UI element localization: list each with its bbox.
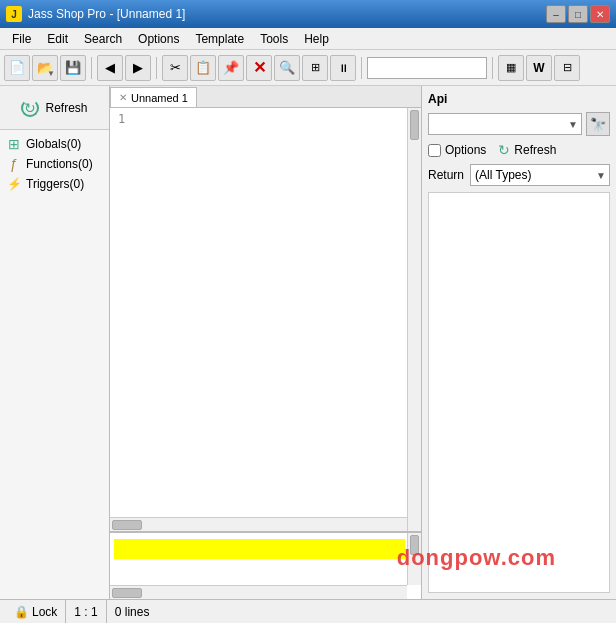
main-layout: ↻ Refresh ⊞ Globals(0) ƒ Functions(0) ⚡ … — [0, 86, 616, 599]
save-button[interactable]: 💾 — [60, 55, 86, 81]
menu-file[interactable]: File — [4, 28, 39, 49]
open-button[interactable]: 📂 ▼ — [32, 55, 58, 81]
editor-scrollbar-horizontal[interactable] — [110, 517, 407, 531]
lines-section: 0 lines — [107, 600, 158, 623]
menu-search[interactable]: Search — [76, 28, 130, 49]
lock-label: Lock — [32, 605, 57, 619]
api-options-row: Options ↻ Refresh — [428, 142, 610, 158]
functions-icon: ƒ — [6, 156, 22, 172]
editor-tab[interactable]: ✕ Unnamed 1 — [110, 87, 197, 107]
center-area: ✕ Unnamed 1 1 — [110, 86, 421, 599]
api-search-row: ▼ 🔭 — [428, 112, 610, 136]
editor-scrollbar-vertical[interactable] — [407, 108, 421, 531]
return-type-dropdown[interactable]: (All Types) integer real boolean string … — [470, 164, 610, 186]
maximize-button[interactable]: □ — [568, 5, 588, 23]
refresh-label: Refresh — [45, 101, 87, 115]
delete-button[interactable]: ✕ — [246, 55, 272, 81]
copy-button[interactable]: 📋 — [190, 55, 216, 81]
left-panel: ↻ Refresh ⊞ Globals(0) ƒ Functions(0) ⚡ … — [0, 86, 110, 599]
bottom-scrollbar-horizontal[interactable] — [110, 585, 407, 599]
menu-template[interactable]: Template — [187, 28, 252, 49]
bottom-output-panel — [110, 531, 421, 599]
refresh-button[interactable]: ↻ Refresh — [0, 86, 109, 130]
return-label: Return — [428, 168, 464, 182]
close-button[interactable]: ✕ — [590, 5, 610, 23]
triggers-icon: ⚡ — [6, 176, 22, 192]
api-options-checkbox-row: Options — [428, 143, 486, 157]
cut-button[interactable]: ✂ — [162, 55, 188, 81]
api-list-area — [428, 192, 610, 593]
api-refresh-icon: ↻ — [498, 142, 510, 158]
title-bar-left: J Jass Shop Pro - [Unnamed 1] — [6, 6, 185, 22]
api-search-dropdown[interactable] — [428, 113, 582, 135]
editor-area[interactable]: 1 — [110, 108, 421, 531]
refresh-icon: ↻ — [21, 99, 39, 117]
options-checkbox[interactable] — [428, 144, 441, 157]
tree-item-triggers[interactable]: ⚡ Triggers(0) — [4, 174, 105, 194]
menu-edit[interactable]: Edit — [39, 28, 76, 49]
tab-close-x[interactable]: ✕ — [119, 92, 127, 103]
menu-bar: File Edit Search Options Template Tools … — [0, 28, 616, 50]
separator-4 — [492, 57, 493, 79]
tab-bar: ✕ Unnamed 1 — [110, 86, 421, 108]
status-bar: 🔒 Lock 1 : 1 0 lines — [0, 599, 616, 623]
new-button[interactable]: 📄 — [4, 55, 30, 81]
toolbar-btn-1[interactable]: ▦ — [498, 55, 524, 81]
menu-help[interactable]: Help — [296, 28, 337, 49]
toolbar-btn-w[interactable]: W — [526, 55, 552, 81]
toolbar: 📄 📂 ▼ 💾 ◀ ▶ ✂ 📋 📌 ✕ 🔍 ⊞ ⏸ ▦ W ⊟ — [0, 50, 616, 86]
replace-button[interactable]: ⊞ — [302, 55, 328, 81]
back-button[interactable]: ◀ — [97, 55, 123, 81]
app-icon: J — [6, 6, 22, 22]
pause-button[interactable]: ⏸ — [330, 55, 356, 81]
separator-1 — [91, 57, 92, 79]
yellow-highlight-bar — [114, 539, 405, 559]
title-bar-controls: – □ ✕ — [546, 5, 610, 23]
api-panel: Api ▼ 🔭 Options ↻ Refresh Return — [421, 86, 616, 599]
forward-button[interactable]: ▶ — [125, 55, 151, 81]
api-search-button[interactable]: 🔭 — [586, 112, 610, 136]
paste-button[interactable]: 📌 — [218, 55, 244, 81]
separator-2 — [156, 57, 157, 79]
line-number-1: 1 — [118, 112, 140, 126]
triggers-label: Triggers(0) — [26, 177, 84, 191]
globals-label: Globals(0) — [26, 137, 81, 151]
toolbar-btn-2[interactable]: ⊟ — [554, 55, 580, 81]
lock-icon: 🔒 — [14, 605, 28, 619]
menu-tools[interactable]: Tools — [252, 28, 296, 49]
tree-item-globals[interactable]: ⊞ Globals(0) — [4, 134, 105, 154]
api-return-row: Return (All Types) integer real boolean … — [428, 164, 610, 186]
options-label: Options — [445, 143, 486, 157]
menu-options[interactable]: Options — [130, 28, 187, 49]
title-bar: J Jass Shop Pro - [Unnamed 1] – □ ✕ — [0, 0, 616, 28]
functions-label: Functions(0) — [26, 157, 93, 171]
return-dropdown-wrap: (All Types) integer real boolean string … — [470, 164, 610, 186]
minimize-button[interactable]: – — [546, 5, 566, 23]
separator-3 — [361, 57, 362, 79]
api-refresh-row[interactable]: ↻ Refresh — [498, 142, 556, 158]
lock-section: 🔒 Lock — [6, 600, 66, 623]
api-refresh-label: Refresh — [514, 143, 556, 157]
line-count: 0 lines — [115, 605, 150, 619]
window-title: Jass Shop Pro - [Unnamed 1] — [28, 7, 185, 21]
bottom-scrollbar-vertical[interactable] — [407, 533, 421, 585]
binoculars-icon: 🔭 — [590, 117, 606, 132]
position-section: 1 : 1 — [66, 600, 106, 623]
tree-area: ⊞ Globals(0) ƒ Functions(0) ⚡ Triggers(0… — [0, 130, 109, 599]
globals-icon: ⊞ — [6, 136, 22, 152]
find-button[interactable]: 🔍 — [274, 55, 300, 81]
tree-item-functions[interactable]: ƒ Functions(0) — [4, 154, 105, 174]
cursor-position: 1 : 1 — [74, 605, 97, 619]
line-numbers: 1 — [110, 112, 140, 126]
api-title: Api — [428, 92, 610, 106]
search-input[interactable] — [367, 57, 487, 79]
api-dropdown-wrap: ▼ — [428, 113, 582, 135]
tab-label: Unnamed 1 — [131, 92, 188, 104]
